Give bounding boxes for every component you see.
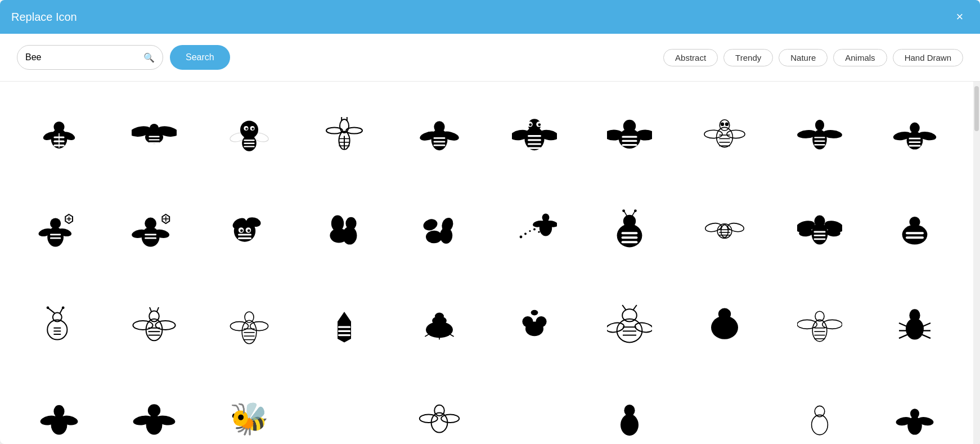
- svg-point-194: [435, 312, 444, 320]
- icon-bee-2[interactable]: [112, 93, 196, 177]
- filter-trendy[interactable]: Trendy: [723, 49, 773, 66]
- icon-bee-25[interactable]: [397, 283, 481, 367]
- svg-point-73: [720, 122, 723, 125]
- scrollbar-track[interactable]: [973, 82, 980, 444]
- svg-point-121: [426, 230, 442, 243]
- icon-bee-24[interactable]: [302, 283, 386, 367]
- icon-bee-16[interactable]: [492, 188, 576, 272]
- svg-point-68: [727, 130, 745, 138]
- svg-rect-156: [813, 231, 825, 232]
- icon-bee-22[interactable]: [112, 283, 196, 367]
- search-button[interactable]: Search: [170, 45, 230, 70]
- icon-bee-38[interactable]: [682, 378, 766, 444]
- svg-rect-81: [814, 140, 825, 141]
- svg-point-139: [634, 209, 637, 212]
- icon-bee-39[interactable]: [777, 378, 861, 444]
- svg-rect-13: [149, 136, 159, 137]
- svg-point-119: [331, 215, 343, 231]
- icon-bee-13[interactable]: [207, 188, 291, 272]
- svg-rect-44: [433, 141, 445, 142]
- icons-grid-container[interactable]: 🐝: [0, 82, 973, 444]
- icon-bee-26[interactable]: [492, 283, 576, 367]
- icon-bee-14[interactable]: [302, 188, 386, 272]
- svg-line-136: [624, 211, 627, 216]
- icon-bee-40[interactable]: [873, 378, 956, 444]
- icon-bee-7[interactable]: [587, 93, 671, 177]
- svg-point-159: [902, 225, 927, 244]
- search-icon: 🔍: [143, 52, 155, 63]
- icon-bee-11[interactable]: [17, 188, 101, 272]
- svg-rect-63: [622, 140, 637, 141]
- icon-bee-37[interactable]: [587, 378, 671, 444]
- filter-abstract[interactable]: Abstract: [663, 49, 718, 66]
- svg-point-242: [621, 414, 639, 435]
- svg-point-143: [717, 223, 732, 238]
- filter-hand-drawn[interactable]: Hand Drawn: [893, 49, 963, 66]
- svg-rect-24: [244, 142, 254, 143]
- svg-point-1: [53, 122, 64, 132]
- modal-header: Replace Icon ×: [0, 0, 980, 34]
- svg-point-91: [50, 218, 61, 228]
- toolbar: 🔍 Search Abstract Trendy Nature Animals …: [0, 34, 980, 82]
- filter-animals[interactable]: Animals: [833, 49, 887, 66]
- scrollbar-thumb[interactable]: [974, 86, 979, 131]
- svg-point-230: [53, 405, 64, 417]
- icon-bee-10[interactable]: [873, 93, 956, 177]
- svg-line-204: [622, 305, 626, 310]
- svg-point-74: [725, 122, 728, 125]
- svg-point-168: [61, 306, 64, 309]
- svg-point-203: [622, 309, 637, 321]
- svg-rect-94: [50, 234, 61, 235]
- svg-point-67: [704, 130, 722, 138]
- svg-point-32: [346, 127, 362, 133]
- search-input[interactable]: [25, 52, 141, 62]
- icon-bee-18[interactable]: [682, 188, 766, 272]
- icon-bee-23[interactable]: [207, 283, 291, 367]
- content-area: 🐝: [0, 82, 980, 444]
- svg-point-31: [326, 127, 343, 133]
- svg-point-129: [519, 235, 522, 238]
- icon-bee-12[interactable]: [112, 188, 196, 272]
- svg-rect-104: [145, 237, 156, 239]
- icon-bee-8[interactable]: [682, 93, 766, 177]
- svg-rect-15: [149, 142, 159, 143]
- filter-nature[interactable]: Nature: [779, 49, 828, 66]
- icon-bee-30[interactable]: [873, 283, 956, 367]
- svg-point-59: [623, 119, 635, 132]
- svg-rect-158: [813, 238, 825, 240]
- icon-bee-32[interactable]: [112, 378, 196, 444]
- svg-point-84: [910, 122, 920, 133]
- icon-bee-20[interactable]: [873, 188, 956, 272]
- icon-bee-31[interactable]: [17, 378, 101, 444]
- icon-bee-6[interactable]: [492, 93, 576, 177]
- icon-bee-17[interactable]: [587, 188, 671, 272]
- svg-point-130: [524, 232, 527, 235]
- search-area: 🔍 Search: [17, 45, 230, 70]
- svg-point-114: [247, 229, 250, 232]
- icon-bee-29[interactable]: [777, 283, 861, 367]
- svg-point-113: [240, 229, 243, 232]
- icon-bee-1[interactable]: [17, 93, 101, 177]
- svg-point-50: [529, 123, 532, 126]
- svg-rect-89: [909, 145, 920, 146]
- icon-bee-21[interactable]: [17, 283, 101, 367]
- icon-bee-34[interactable]: [302, 378, 386, 444]
- svg-point-199: [522, 316, 533, 327]
- svg-rect-87: [909, 137, 920, 139]
- close-button[interactable]: ×: [951, 8, 969, 26]
- icon-bee-3[interactable]: [207, 93, 291, 177]
- svg-rect-142: [621, 241, 637, 243]
- svg-point-131: [529, 230, 531, 232]
- icon-bee-36[interactable]: [492, 378, 576, 444]
- svg-point-163: [47, 320, 67, 339]
- icon-bee-28[interactable]: [682, 283, 766, 367]
- icon-bee-9[interactable]: [777, 93, 861, 177]
- icon-bee-4[interactable]: [302, 93, 386, 177]
- icon-bee-35[interactable]: [397, 378, 481, 444]
- icon-bee-19[interactable]: [777, 188, 861, 272]
- icon-bee-33[interactable]: 🐝: [207, 378, 291, 444]
- icon-bee-5[interactable]: [397, 93, 481, 177]
- svg-point-155: [814, 215, 825, 227]
- icon-bee-27[interactable]: [587, 283, 671, 367]
- icon-bee-15[interactable]: [397, 188, 481, 272]
